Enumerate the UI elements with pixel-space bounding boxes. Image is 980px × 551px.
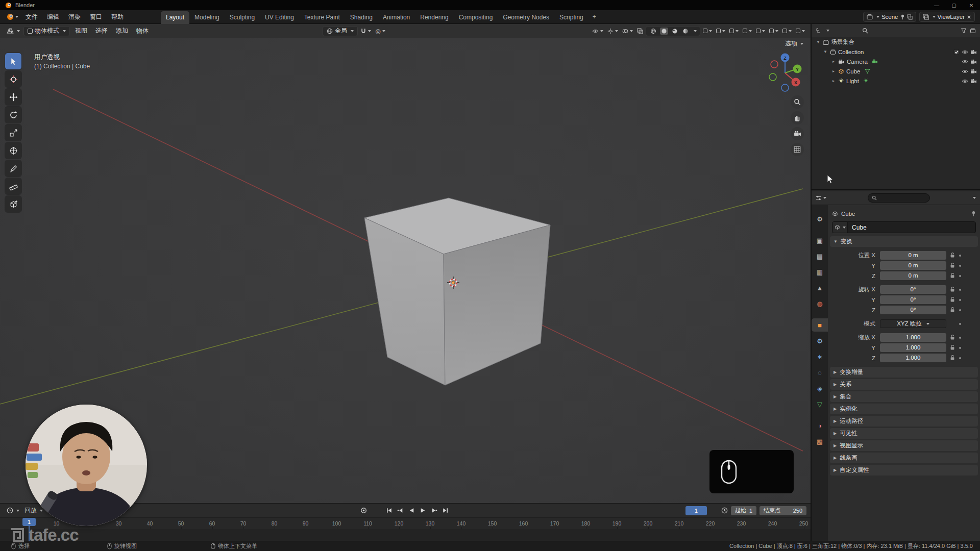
animate-dot[interactable] bbox=[959, 255, 961, 257]
transform-panel-header[interactable]: ▼ 变换 bbox=[830, 236, 978, 247]
menu-item[interactable]: 渲染 bbox=[64, 11, 85, 23]
rotation-mode-dropdown[interactable]: XYZ 欧拉 bbox=[880, 319, 946, 328]
menu-item[interactable]: 窗口 bbox=[85, 11, 107, 23]
disable-render-camera-icon[interactable] bbox=[970, 59, 977, 64]
workspace-tab[interactable]: Scripting bbox=[554, 11, 589, 24]
workspace-tab[interactable]: Animation bbox=[378, 11, 415, 24]
pin-icon[interactable] bbox=[900, 14, 905, 20]
properties-tab[interactable]: ∗ bbox=[812, 350, 828, 363]
workspace-tab[interactable]: Sculpting bbox=[225, 11, 260, 24]
properties-tab[interactable]: ⚙ bbox=[812, 212, 828, 226]
id-type-icon[interactable] bbox=[832, 222, 848, 233]
properties-tab[interactable]: ■ bbox=[812, 318, 828, 332]
workspace-tab[interactable]: Texture Paint bbox=[299, 11, 345, 24]
collection-checkbox[interactable] bbox=[953, 49, 960, 55]
disclosure-triangle[interactable]: ▼ bbox=[823, 49, 828, 54]
viewport-menu-item[interactable]: 物体 bbox=[132, 24, 153, 37]
viewport-menu-item[interactable]: 选择 bbox=[91, 24, 112, 37]
cube-object[interactable] bbox=[364, 198, 550, 385]
disable-render-camera-icon[interactable] bbox=[970, 49, 977, 55]
object-name-field[interactable]: Cube bbox=[832, 221, 976, 233]
properties-tab[interactable]: ▽ bbox=[812, 397, 828, 411]
hide-eye-icon[interactable] bbox=[962, 79, 968, 84]
jump-to-end-button[interactable] bbox=[442, 507, 449, 514]
panel-header[interactable]: ▶ 集合 bbox=[830, 391, 978, 402]
value-slider[interactable]: 0 m bbox=[880, 261, 946, 270]
tool-move[interactable] bbox=[5, 89, 21, 105]
lock-icon[interactable] bbox=[950, 307, 955, 313]
app-menu-button[interactable] bbox=[4, 13, 21, 20]
value-slider[interactable]: 1.000 bbox=[880, 333, 946, 342]
tool-3d-cursor[interactable] bbox=[5, 71, 21, 87]
header-extra-dropdown[interactable] bbox=[794, 28, 806, 34]
panel-header[interactable]: ▶ 关系 bbox=[830, 379, 978, 390]
panel-header[interactable]: ▶ 自定义属性 bbox=[830, 465, 978, 475]
options-dropdown[interactable]: 选项 bbox=[785, 39, 803, 48]
tool-rotate[interactable] bbox=[5, 107, 21, 123]
viewport-menu-item[interactable]: 视图 bbox=[71, 24, 91, 37]
properties-tab[interactable]: ◑ bbox=[812, 419, 828, 432]
properties-tab[interactable]: ◌ bbox=[812, 366, 828, 379]
animate-dot[interactable] bbox=[959, 309, 961, 311]
header-extra-dropdown[interactable] bbox=[701, 28, 714, 34]
play-button[interactable] bbox=[420, 507, 426, 514]
value-slider[interactable]: 0 m bbox=[880, 251, 946, 260]
frame-end-field[interactable]: 结束点 250 bbox=[760, 506, 806, 515]
animate-dot[interactable] bbox=[959, 265, 961, 267]
workspace-tab[interactable]: Geometry Nodes bbox=[498, 11, 554, 24]
lock-icon[interactable] bbox=[950, 296, 955, 303]
outliner-row-light[interactable]: ▸ Light bbox=[812, 76, 980, 86]
disclosure-triangle[interactable]: ▼ bbox=[816, 40, 821, 44]
playhead-badge[interactable]: 1 bbox=[22, 518, 36, 526]
value-slider[interactable]: 1.000 bbox=[880, 343, 946, 352]
disable-render-camera-icon[interactable] bbox=[970, 69, 977, 74]
unlink-icon[interactable] bbox=[967, 15, 971, 19]
axis-neg-x-handle[interactable] bbox=[771, 61, 778, 68]
new-collection-icon[interactable] bbox=[970, 28, 976, 34]
properties-tab[interactable]: ▣ bbox=[812, 234, 828, 247]
value-slider[interactable]: 0° bbox=[880, 285, 946, 294]
jump-to-start-button[interactable] bbox=[386, 507, 393, 514]
add-workspace-button[interactable]: + bbox=[589, 11, 600, 23]
properties-tab[interactable]: ▦ bbox=[812, 265, 828, 279]
close-button[interactable]: ✕ bbox=[963, 0, 980, 10]
animate-dot[interactable] bbox=[959, 347, 961, 349]
properties-tab[interactable]: ▲ bbox=[812, 281, 828, 294]
proportional-editing-toggle[interactable]: ◎ bbox=[374, 27, 386, 36]
timeline-track-area[interactable] bbox=[0, 529, 811, 541]
minimize-button[interactable]: — bbox=[928, 0, 945, 10]
snap-toggle[interactable] bbox=[359, 27, 373, 35]
lock-icon[interactable] bbox=[950, 262, 955, 269]
properties-editor-icon[interactable] bbox=[816, 195, 822, 201]
animate-dot[interactable] bbox=[959, 323, 961, 325]
properties-tab[interactable]: ▩ bbox=[812, 435, 828, 448]
gizmos-dropdown[interactable] bbox=[606, 27, 620, 35]
panel-header[interactable]: ▶ 变换增量 bbox=[830, 367, 978, 378]
outliner-row-scene-collection[interactable]: ▼ 场景集合 bbox=[812, 37, 980, 47]
navigation-gizmo[interactable]: Z Y X bbox=[765, 51, 811, 96]
header-extra-dropdown[interactable] bbox=[781, 28, 793, 34]
animate-dot[interactable] bbox=[959, 357, 961, 359]
header-extra-dropdown[interactable] bbox=[768, 28, 780, 34]
panel-header[interactable]: ▶ 可见性 bbox=[830, 428, 978, 439]
disclosure-triangle[interactable]: ▸ bbox=[831, 79, 836, 83]
hide-eye-icon[interactable] bbox=[962, 49, 968, 55]
animate-dot[interactable] bbox=[959, 337, 961, 339]
panel-header[interactable]: ▶ 视图显示 bbox=[830, 440, 978, 451]
search-icon[interactable] bbox=[862, 28, 868, 34]
value-slider[interactable]: 0° bbox=[880, 306, 946, 314]
lock-icon[interactable] bbox=[950, 355, 955, 361]
menu-item[interactable]: 文件 bbox=[21, 11, 42, 23]
outliner-row-collection[interactable]: ▼ Collection bbox=[812, 47, 980, 57]
shading-solid-button[interactable] bbox=[660, 28, 668, 35]
workspace-tab[interactable]: UV Editing bbox=[260, 11, 299, 24]
workspace-tab[interactable]: Modeling bbox=[189, 11, 225, 24]
tool-scale[interactable] bbox=[5, 124, 21, 141]
camera-view-button[interactable] bbox=[791, 127, 804, 140]
transform-orientation-dropdown[interactable]: 全局 bbox=[323, 26, 358, 36]
menu-item[interactable]: 编辑 bbox=[42, 11, 64, 23]
auto-key-record-icon[interactable] bbox=[360, 507, 367, 514]
pan-button[interactable] bbox=[791, 111, 804, 124]
play-reverse-button[interactable] bbox=[408, 507, 415, 514]
workspace-tab[interactable]: Shading bbox=[345, 11, 378, 24]
